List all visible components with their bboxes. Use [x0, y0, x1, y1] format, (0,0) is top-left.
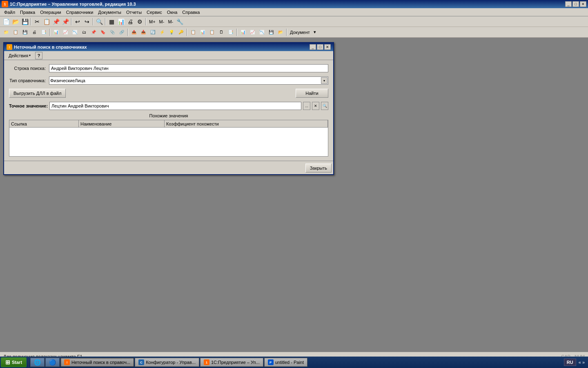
tb-paste[interactable]: 📌 [51, 17, 60, 26]
exact-value-input[interactable] [49, 102, 301, 110]
tb2-btn1[interactable]: 📁 [2, 28, 11, 37]
similar-section-header: Похожие значения [9, 113, 328, 118]
menu-operations[interactable]: Операции [38, 9, 63, 16]
tb2-btn2[interactable]: 📋 [11, 28, 20, 37]
tb2-btn12[interactable]: 📎 [108, 28, 117, 37]
tb2-btn5[interactable]: 📑 [39, 28, 48, 37]
toolbar-row-2: 📁 📋 💾 🖨 📑 📊 📈 📉 🗂 📌 🔖 📎 🔗 📤 📥 🔄 ⚡ 💡 🔑 📋 … [0, 27, 588, 38]
tb2-btn21[interactable]: 📊 [198, 28, 207, 37]
tb2-btn8[interactable]: 📉 [70, 28, 79, 37]
taskbar-item-1c[interactable]: 1 1С:Предприятие – Уп... [200, 358, 263, 367]
minimize-button[interactable]: _ [565, 1, 572, 7]
exact-clear-button[interactable]: ✕ [312, 102, 319, 110]
type-select[interactable]: ФизическиеЛица [49, 76, 328, 85]
export-dll-button[interactable]: Выгрузить ДЛЛ в файл [9, 89, 66, 98]
taskbar-item-configurator[interactable]: C Конфигуратор - Управ... [135, 358, 199, 367]
tb2-btn25[interactable]: 📊 [238, 28, 247, 37]
tb-grid[interactable]: ▦ [107, 17, 116, 26]
tb2-btn24[interactable]: 📑 [226, 28, 235, 37]
tb-tool[interactable]: 🔧 [175, 17, 184, 26]
tb2-btn19[interactable]: 🔑 [176, 28, 185, 37]
dialog-icon: ! [7, 44, 12, 50]
menu-service[interactable]: Сервис [144, 9, 165, 16]
tb2-btn28[interactable]: 💾 [267, 28, 276, 37]
tb2-btn16[interactable]: 🔄 [148, 28, 157, 37]
tb-chart[interactable]: 📊 [116, 17, 125, 26]
tb-paste2[interactable]: 📌 [61, 17, 70, 26]
menu-edit[interactable]: Правка [18, 9, 38, 16]
tb2-btn20[interactable]: 📋 [189, 28, 198, 37]
menu-help[interactable]: Справка [180, 9, 202, 16]
table-header: Ссылка Наименование Коэффициент похожест… [9, 120, 328, 128]
dialog-minimize-button[interactable]: _ [310, 44, 316, 50]
toolbar-m-label: М+ [147, 19, 157, 24]
toolbar-sep2-2 [127, 29, 128, 36]
dialog-actions-menu[interactable]: Действия ▾ [6, 52, 33, 59]
tb2-btn13[interactable]: 🔗 [117, 28, 126, 37]
app-title: 1С:Предприятие – Управление торговлей, р… [10, 2, 136, 7]
lang-indicator[interactable]: RU [564, 359, 576, 366]
tb2-btn22[interactable]: 📋 [207, 28, 216, 37]
dialog-close-button[interactable]: ✕ [324, 44, 331, 50]
taskbar-item-fuzzy-search[interactable]: ! Неточный поиск в справоч... [60, 358, 134, 367]
dialog-content: Строка поиска: Тип справочника: Физическ… [4, 60, 333, 161]
menu-file[interactable]: Файл [2, 9, 18, 16]
configurator-icon: C [138, 359, 144, 365]
tb2-btn23[interactable]: 🗒 [217, 28, 226, 37]
tb2-btn7[interactable]: 📈 [61, 28, 70, 37]
tb-copy[interactable]: 📋 [42, 17, 51, 26]
type-label: Тип справочника: [9, 78, 46, 83]
tb2-btn3[interactable]: 💾 [20, 28, 29, 37]
tb2-btn10[interactable]: 📌 [89, 28, 98, 37]
similar-table: Ссылка Наименование Коэффициент похожест… [9, 120, 328, 157]
1c-icon: 1 [204, 359, 209, 365]
tb2-btn14[interactable]: 📤 [129, 28, 138, 37]
tb2-btn17[interactable]: ⚡ [158, 28, 167, 37]
menu-reports[interactable]: Отчеты [124, 9, 144, 16]
tb2-btn27[interactable]: 📉 [257, 28, 266, 37]
tb2-btn11[interactable]: 🔖 [98, 28, 107, 37]
close-row: Закрыть [4, 161, 333, 174]
exact-label: Точное значение: [9, 103, 48, 108]
exact-browse-button[interactable]: ... [303, 102, 310, 110]
tb-undo[interactable]: ↩ [73, 17, 82, 26]
tb-print[interactable]: 🖨 [126, 17, 135, 26]
maximize-button[interactable]: □ [572, 1, 579, 7]
menu-documents[interactable]: Документы [96, 9, 124, 16]
taskbar-item-paint[interactable]: P untitled - Paint [264, 358, 307, 367]
exact-search-button[interactable]: 🔍 [321, 102, 328, 110]
taskbar-arrows[interactable]: « » [579, 360, 585, 365]
toolbar-sep-4 [105, 18, 106, 25]
taskbar: ⊞ Start 🌐 🔵 ! Неточный поиск в справоч..… [0, 357, 588, 368]
dialog-maximize-button[interactable]: □ [317, 44, 323, 50]
taskbar-item-browser[interactable]: 🌐 [30, 358, 45, 367]
close-button[interactable]: ✕ [580, 1, 586, 7]
col-coef-header: Коэффициент похожести [165, 120, 328, 127]
tb2-btn26[interactable]: 📈 [248, 28, 257, 37]
dialog-window: ! Неточный поиск в справочниках _ □ ✕ Де… [3, 42, 334, 175]
taskbar-item-ie[interactable]: 🔵 [45, 358, 60, 367]
document-dropdown-arrow[interactable]: ▾ [312, 29, 318, 35]
find-button[interactable]: Найти [296, 89, 328, 98]
tb2-btn18[interactable]: 💡 [167, 28, 176, 37]
menu-references[interactable]: Справочники [64, 9, 96, 16]
tb-settings[interactable]: ⚙ [135, 17, 144, 26]
tb2-btn9[interactable]: 🗂 [80, 28, 89, 37]
tb2-btn29[interactable]: 📂 [276, 28, 285, 37]
tb-open[interactable]: 📂 [11, 17, 20, 26]
tb-cut[interactable]: ✂ [33, 17, 42, 26]
close-button[interactable]: Закрыть [305, 164, 332, 173]
dialog-help-button[interactable]: ? [35, 52, 42, 59]
start-button[interactable]: ⊞ Start [1, 357, 27, 367]
tb-find[interactable]: 🔍 [95, 17, 104, 26]
toolbar-sep2-1 [49, 29, 50, 36]
tb-new[interactable]: 📄 [2, 17, 11, 26]
tb2-btn6[interactable]: 📊 [51, 28, 60, 37]
menu-bar: Файл Правка Операции Справочники Докумен… [0, 8, 588, 16]
search-input[interactable] [49, 64, 328, 72]
tb-redo[interactable]: ↪ [82, 17, 91, 26]
tb2-btn15[interactable]: 📥 [139, 28, 148, 37]
tb-save[interactable]: 💾 [20, 17, 29, 26]
tb2-btn4[interactable]: 🖨 [30, 28, 39, 37]
menu-windows[interactable]: Окна [165, 9, 180, 16]
